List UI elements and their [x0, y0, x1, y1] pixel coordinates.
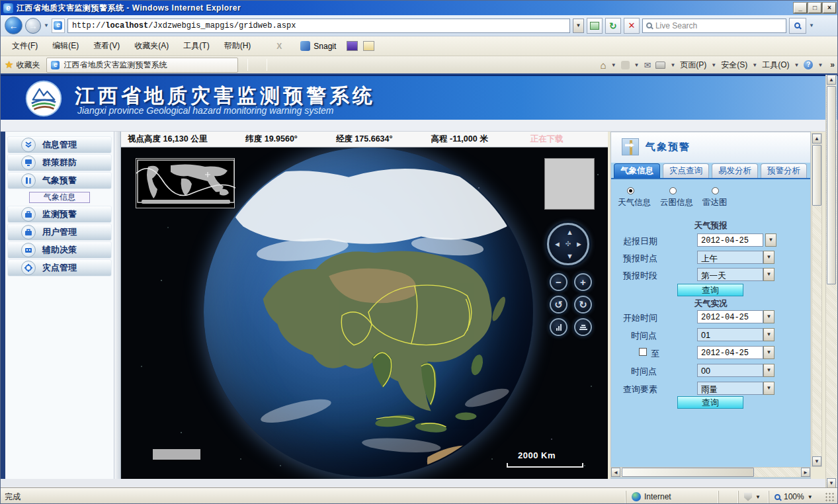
tab-weather-info[interactable]: 气象信息	[614, 163, 660, 178]
help-icon[interactable]: ?	[804, 60, 813, 69]
pan-right-icon[interactable]: ►	[575, 241, 583, 247]
snagit-button[interactable]: Snagit	[296, 40, 340, 52]
favorites-star-icon[interactable]: ★	[5, 59, 13, 71]
radio-radar-map[interactable]: 雷达图	[702, 187, 728, 208]
snagit-capture-icon[interactable]	[347, 41, 358, 51]
minimize-button[interactable]: _	[794, 3, 807, 13]
actual-start-row: 开始时间 2012-04-25▼	[611, 310, 810, 323]
panel-vertical-scrollbar[interactable]: ▲ ▼	[812, 133, 822, 467]
splitter-handle[interactable]	[114, 132, 121, 479]
search-input[interactable]: Live Search	[642, 19, 786, 33]
radio-icon[interactable]	[627, 187, 634, 194]
pan-up-icon[interactable]: ▲	[566, 229, 573, 235]
tab-disaster-query[interactable]: 灾点查询	[663, 163, 709, 178]
divider	[1, 120, 838, 132]
address-bar: ← → ▼ e http://localhost/Jxdzwebgis_mapg…	[1, 15, 838, 36]
feed-icon[interactable]	[621, 61, 630, 69]
forecast-period-label: 预报时段	[623, 270, 657, 282]
actual-hour2-select[interactable]: 00▼	[697, 364, 775, 377]
globe-map-view[interactable]: ▲ ▼ ◄ ► ✣ − + ↺ ↻ 2000 Km	[121, 147, 608, 479]
search-go-button[interactable]	[789, 18, 806, 34]
back-button[interactable]: ←	[5, 17, 22, 34]
sidebar-subitem-weather-info[interactable]: 气象信息	[29, 192, 90, 203]
radio-weather-info[interactable]: 天气信息	[618, 187, 651, 208]
menu-help[interactable]: 帮助(H)	[217, 38, 259, 54]
scroll-left-icon: ◄	[611, 468, 620, 477]
sidebar-item-disaster-points[interactable]: 灾点管理	[7, 259, 112, 276]
pan-down-icon[interactable]: ▼	[566, 253, 573, 259]
sidebar-item-user-management[interactable]: 用户管理	[7, 224, 112, 241]
scrollbar-thumb	[622, 468, 754, 477]
rotate-ccw-button[interactable]: ↺	[550, 296, 567, 314]
actual-hour1-select[interactable]: 01▼	[697, 328, 775, 341]
forecast-time-select[interactable]: 上午▼	[697, 251, 775, 264]
tab-warning-analysis[interactable]: 预警分析	[761, 163, 807, 178]
close-button[interactable]: ×	[823, 3, 836, 13]
elevation-label: 高程	[431, 134, 448, 144]
actual-hour1-row: 时间点 01▼	[611, 328, 810, 341]
map-widget-placeholder	[153, 449, 200, 460]
sidebar-item-group-prevention[interactable]: 群策群防	[7, 154, 112, 171]
dropdown-arrow-icon: ▼	[763, 382, 775, 395]
url-dropdown-button[interactable]: ▼	[573, 19, 584, 33]
scrollbar-thumb	[812, 145, 821, 206]
menu-favorites[interactable]: 收藏夹(A)	[127, 38, 176, 54]
pan-control[interactable]: ▲ ▼ ◄ ► ✣	[547, 223, 589, 265]
tilt-up-button[interactable]	[550, 318, 567, 336]
query-element-select[interactable]: 雨量▼	[697, 382, 775, 395]
print-icon[interactable]	[655, 62, 665, 69]
compatibility-button[interactable]	[587, 18, 603, 34]
page-menu-button[interactable]: 页面(P)	[680, 60, 706, 71]
zoom-control[interactable]: 100% ▼	[769, 491, 823, 503]
maximize-button[interactable]: □	[808, 3, 821, 13]
resize-grip[interactable]	[825, 491, 835, 502]
protection-button[interactable]: ▼	[738, 491, 769, 503]
home-icon[interactable]: ⌂	[601, 60, 607, 71]
rotate-cw-button[interactable]: ↻	[574, 296, 592, 314]
zoom-in-button[interactable]: +	[574, 273, 592, 291]
dropdown-arrow-icon: ▼	[765, 233, 776, 247]
more-commands-icon[interactable]: »	[830, 60, 835, 69]
tilt-down-button[interactable]	[574, 318, 592, 336]
panel-horizontal-scrollbar[interactable]: ◄ ►	[610, 467, 811, 478]
forecast-date-select[interactable]: 2012-04-25▼	[697, 233, 776, 247]
stop-button[interactable]: ✕	[624, 18, 640, 34]
forecast-period-select[interactable]: 第一天▼	[697, 268, 775, 281]
to-checkbox[interactable]	[639, 348, 647, 356]
tab-susceptibility-analysis[interactable]: 易发分析	[712, 163, 758, 178]
radio-icon[interactable]	[669, 187, 677, 194]
forward-button[interactable]: →	[25, 18, 41, 34]
history-dropdown-icon[interactable]: ▼	[44, 22, 49, 28]
pan-left-icon[interactable]: ◄	[554, 241, 561, 247]
menu-edit[interactable]: 编辑(E)	[45, 38, 86, 54]
safety-menu-button[interactable]: 安全(S)	[721, 60, 747, 71]
page-tab[interactable]: e 江西省地质灾害监测预警系统	[46, 58, 238, 73]
menu-tools[interactable]: 工具(T)	[176, 38, 216, 54]
refresh-button[interactable]: ↻	[605, 18, 621, 34]
sidebar-item-weather-warning[interactable]: 气象预警	[7, 172, 112, 189]
mail-icon[interactable]: ✉	[644, 60, 651, 70]
actual-hour2-row: 时间点 00▼	[611, 364, 810, 377]
radio-cloud-image[interactable]: 云图信息	[660, 187, 693, 208]
favorites-label[interactable]: 收藏夹	[16, 60, 40, 71]
forecast-query-button[interactable]: 查询	[677, 284, 743, 296]
actual-start-select[interactable]: 2012-04-25▼	[697, 310, 775, 323]
tools-menu-button[interactable]: 工具(O)	[762, 60, 789, 71]
zoom-out-button[interactable]: −	[550, 273, 567, 291]
actual-query-button[interactable]: 查询	[677, 396, 743, 409]
page-vertical-scrollbar[interactable]: ▲ ▼	[825, 75, 837, 488]
snagit-profile-icon[interactable]	[363, 41, 374, 51]
toolbar-close-icon[interactable]: X	[276, 42, 282, 51]
sidebar-item-info-management[interactable]: 信息管理	[7, 136, 112, 153]
overview-map[interactable]	[136, 158, 235, 208]
earth-globe[interactable]	[204, 147, 533, 477]
sidebar-item-decision-support[interactable]: 辅助决策	[7, 241, 112, 259]
radio-icon[interactable]	[712, 187, 719, 194]
search-options-dropdown-icon[interactable]: ▼	[809, 22, 814, 28]
actual-hour2-label: 时间点	[631, 366, 657, 378]
url-field[interactable]: http://localhost/Jxdzwebgis_mapgis/gridw…	[67, 19, 570, 33]
menu-view[interactable]: 查看(V)	[86, 38, 127, 54]
actual-end-select[interactable]: 2012-04-25▼	[697, 346, 775, 359]
sidebar-item-monitor-warning[interactable]: 监测预警	[7, 206, 112, 223]
menu-file[interactable]: 文件(F)	[5, 38, 45, 54]
